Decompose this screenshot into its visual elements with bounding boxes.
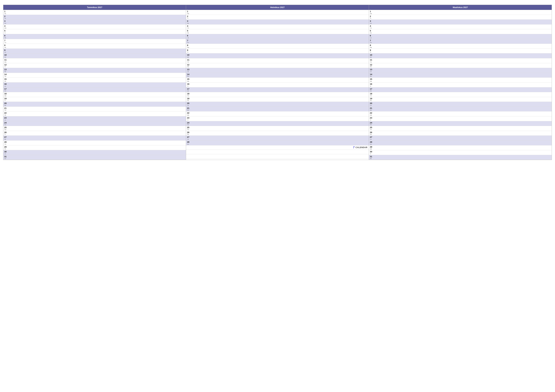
day-number: 16 [4, 83, 8, 85]
day-name: SU [4, 124, 8, 126]
day-number: 7 [370, 39, 373, 42]
day-row: 15MA [369, 78, 552, 83]
day-number: 10 [4, 54, 8, 56]
day-number: 29 [4, 146, 8, 148]
month-col-0: Tammikuu 20271PE2LA3SU4MA5TI6KE7TO8PE9LA… [3, 5, 186, 160]
day-row: 30LA [3, 150, 186, 155]
day-name: TO [4, 110, 8, 111]
day-name: TI [4, 100, 8, 101]
day-number: 7 [187, 39, 190, 42]
day-row: 20LA [186, 102, 369, 107]
day-number: 19 [370, 97, 373, 100]
day-number: 29 [370, 146, 373, 148]
day-row: 23LA [3, 116, 186, 121]
day-row: 3SU [3, 20, 186, 24]
day-name: PE [187, 32, 190, 34]
day-name: KE [370, 158, 373, 159]
day-row: 14SU [186, 73, 369, 78]
day-row: 10KE [369, 53, 552, 58]
day-number: 10 [370, 54, 373, 56]
day-row: 1MA [186, 10, 369, 15]
day-name: MA [187, 81, 190, 82]
day-name: TI [187, 52, 190, 53]
day-row: 18TO [369, 92, 552, 97]
day-number: 27 [370, 136, 373, 138]
day-name: LA [4, 52, 8, 53]
day-name: TI [4, 66, 8, 67]
day-row: 17SU [3, 87, 186, 92]
day-row: 11MA [3, 58, 186, 63]
day-row: 21SU [186, 107, 369, 112]
day-name: MA [4, 62, 8, 63]
day-number: 9 [187, 49, 190, 51]
day-name: PE [187, 134, 190, 135]
day-name: SU [187, 110, 190, 111]
day-name: PE [370, 32, 373, 34]
day-name: LA [4, 120, 8, 121]
month-header-1: Helmikuu 2027 [186, 5, 369, 10]
day-number: 16 [370, 83, 373, 85]
day-name: LA [187, 37, 190, 39]
month-header-2: Maaliskuu 2027 [369, 5, 552, 10]
day-number: 20 [4, 102, 8, 105]
day-row: 27LA [186, 136, 369, 141]
day-number: 25 [370, 126, 373, 129]
day-name: SU [187, 144, 190, 145]
day-number: 2 [187, 15, 190, 18]
day-number: 14 [4, 73, 8, 76]
day-row: 20KE [3, 102, 186, 107]
day-number: 27 [187, 136, 190, 138]
day-row: 14TO [3, 73, 186, 78]
day-number: 23 [187, 117, 190, 119]
day-row: 16TI [369, 83, 552, 87]
day-number: 28 [4, 141, 8, 143]
day-name: MA [370, 47, 373, 48]
day-number: 20 [187, 102, 190, 105]
day-number: 5 [370, 29, 373, 32]
day-number: 3 [4, 20, 8, 22]
day-row: 6KE [3, 34, 186, 39]
day-number: 21 [187, 107, 190, 110]
day-name: LA [370, 105, 373, 106]
day-row: 1MA [369, 10, 552, 15]
day-name: SU [187, 76, 190, 77]
day-name: TI [187, 86, 190, 87]
day-name: LA [4, 153, 8, 155]
day-number: 11 [4, 59, 8, 61]
day-number: 25 [4, 126, 8, 129]
day-name: MA [187, 47, 190, 48]
calendar-grid: Tammikuu 20271PE2LA3SU4MA5TI6KE7TO8PE9LA… [3, 5, 552, 160]
day-row: 7SU [186, 39, 369, 44]
day-number: 4 [187, 25, 190, 27]
day-name: TI [187, 18, 190, 19]
day-name: TI [370, 120, 373, 121]
day-number: 31 [4, 155, 8, 158]
day-number: 25 [187, 126, 190, 129]
day-row: 2TI [369, 15, 552, 20]
day-name: LA [370, 37, 373, 39]
day-row: 10KE [186, 53, 369, 58]
day-number: 28 [370, 141, 373, 143]
day-number: 22 [4, 112, 8, 114]
day-name: MA [187, 114, 190, 116]
day-name: TO [4, 42, 8, 43]
day-row: 16TI [186, 83, 369, 87]
day-number: 24 [187, 121, 190, 124]
day-number: 12 [370, 64, 373, 66]
day-row: 24KE [369, 121, 552, 126]
day-row: 9TI [186, 49, 369, 54]
day-number: 14 [187, 73, 190, 76]
day-number: 26 [187, 131, 190, 134]
day-row: 4MA [3, 24, 186, 29]
day-name: TO [4, 144, 8, 145]
day-name: KE [370, 124, 373, 126]
day-name: TO [370, 129, 373, 130]
day-number: 11 [187, 59, 190, 61]
day-row: 13LA [369, 68, 552, 73]
day-row: 6LA [369, 34, 552, 39]
day-number: 21 [370, 107, 373, 110]
day-number: 19 [187, 97, 190, 100]
day-number: 12 [187, 64, 190, 66]
day-row: 13KE [3, 68, 186, 73]
day-row: 5PE [186, 29, 369, 34]
